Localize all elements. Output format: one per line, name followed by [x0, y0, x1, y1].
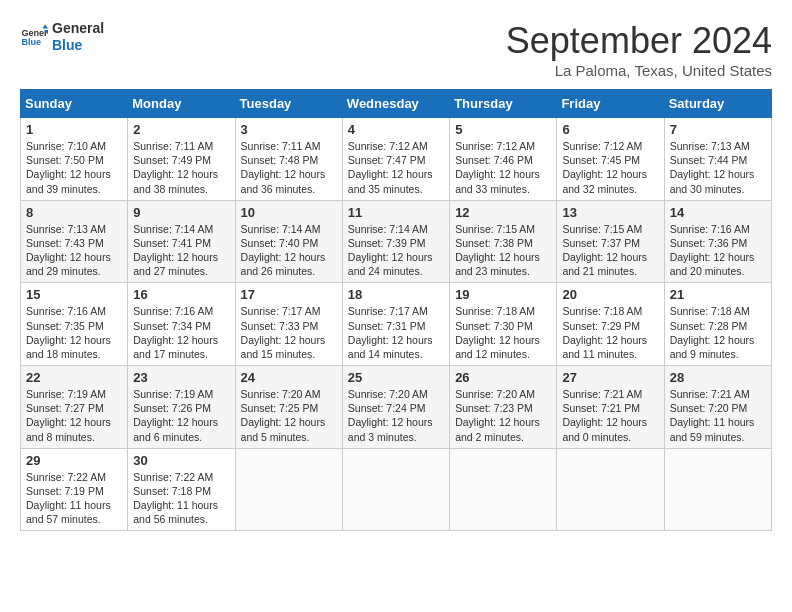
table-row: 18Sunrise: 7:17 AM Sunset: 7:31 PM Dayli…: [342, 283, 449, 366]
table-row: 27Sunrise: 7:21 AM Sunset: 7:21 PM Dayli…: [557, 366, 664, 449]
day-detail: Sunrise: 7:13 AM Sunset: 7:43 PM Dayligh…: [26, 222, 122, 279]
day-detail: Sunrise: 7:14 AM Sunset: 7:41 PM Dayligh…: [133, 222, 229, 279]
day-number: 10: [241, 205, 337, 220]
table-row: 1Sunrise: 7:10 AM Sunset: 7:50 PM Daylig…: [21, 118, 128, 201]
col-friday: Friday: [557, 90, 664, 118]
calendar-week-5: 29Sunrise: 7:22 AM Sunset: 7:19 PM Dayli…: [21, 448, 772, 531]
day-number: 12: [455, 205, 551, 220]
day-detail: Sunrise: 7:22 AM Sunset: 7:18 PM Dayligh…: [133, 470, 229, 527]
table-row: 13Sunrise: 7:15 AM Sunset: 7:37 PM Dayli…: [557, 200, 664, 283]
calendar-subtitle: La Paloma, Texas, United States: [506, 62, 772, 79]
day-detail: Sunrise: 7:11 AM Sunset: 7:48 PM Dayligh…: [241, 139, 337, 196]
table-row: 7Sunrise: 7:13 AM Sunset: 7:44 PM Daylig…: [664, 118, 771, 201]
col-sunday: Sunday: [21, 90, 128, 118]
day-number: 28: [670, 370, 766, 385]
table-row: 17Sunrise: 7:17 AM Sunset: 7:33 PM Dayli…: [235, 283, 342, 366]
day-detail: Sunrise: 7:17 AM Sunset: 7:33 PM Dayligh…: [241, 304, 337, 361]
day-detail: Sunrise: 7:22 AM Sunset: 7:19 PM Dayligh…: [26, 470, 122, 527]
calendar-week-4: 22Sunrise: 7:19 AM Sunset: 7:27 PM Dayli…: [21, 366, 772, 449]
logo-line1: General: [52, 20, 104, 37]
table-row: 9Sunrise: 7:14 AM Sunset: 7:41 PM Daylig…: [128, 200, 235, 283]
table-row: [450, 448, 557, 531]
table-row: 10Sunrise: 7:14 AM Sunset: 7:40 PM Dayli…: [235, 200, 342, 283]
day-number: 27: [562, 370, 658, 385]
calendar-week-1: 1Sunrise: 7:10 AM Sunset: 7:50 PM Daylig…: [21, 118, 772, 201]
day-number: 4: [348, 122, 444, 137]
table-row: 6Sunrise: 7:12 AM Sunset: 7:45 PM Daylig…: [557, 118, 664, 201]
day-number: 7: [670, 122, 766, 137]
day-detail: Sunrise: 7:20 AM Sunset: 7:25 PM Dayligh…: [241, 387, 337, 444]
day-number: 3: [241, 122, 337, 137]
svg-text:General: General: [21, 27, 48, 37]
day-detail: Sunrise: 7:16 AM Sunset: 7:35 PM Dayligh…: [26, 304, 122, 361]
day-detail: Sunrise: 7:16 AM Sunset: 7:36 PM Dayligh…: [670, 222, 766, 279]
day-number: 15: [26, 287, 122, 302]
day-number: 8: [26, 205, 122, 220]
day-number: 23: [133, 370, 229, 385]
title-area: September 2024 La Paloma, Texas, United …: [506, 20, 772, 79]
day-detail: Sunrise: 7:13 AM Sunset: 7:44 PM Dayligh…: [670, 139, 766, 196]
day-number: 30: [133, 453, 229, 468]
table-row: 5Sunrise: 7:12 AM Sunset: 7:46 PM Daylig…: [450, 118, 557, 201]
day-number: 29: [26, 453, 122, 468]
day-detail: Sunrise: 7:20 AM Sunset: 7:24 PM Dayligh…: [348, 387, 444, 444]
day-number: 14: [670, 205, 766, 220]
day-number: 1: [26, 122, 122, 137]
table-row: 20Sunrise: 7:18 AM Sunset: 7:29 PM Dayli…: [557, 283, 664, 366]
table-row: 30Sunrise: 7:22 AM Sunset: 7:18 PM Dayli…: [128, 448, 235, 531]
col-wednesday: Wednesday: [342, 90, 449, 118]
calendar-table: Sunday Monday Tuesday Wednesday Thursday…: [20, 89, 772, 531]
day-detail: Sunrise: 7:14 AM Sunset: 7:39 PM Dayligh…: [348, 222, 444, 279]
day-number: 13: [562, 205, 658, 220]
day-number: 11: [348, 205, 444, 220]
table-row: 22Sunrise: 7:19 AM Sunset: 7:27 PM Dayli…: [21, 366, 128, 449]
day-number: 2: [133, 122, 229, 137]
day-number: 21: [670, 287, 766, 302]
day-number: 19: [455, 287, 551, 302]
day-number: 17: [241, 287, 337, 302]
day-detail: Sunrise: 7:21 AM Sunset: 7:20 PM Dayligh…: [670, 387, 766, 444]
day-detail: Sunrise: 7:12 AM Sunset: 7:46 PM Dayligh…: [455, 139, 551, 196]
table-row: 16Sunrise: 7:16 AM Sunset: 7:34 PM Dayli…: [128, 283, 235, 366]
calendar-title: September 2024: [506, 20, 772, 62]
table-row: [664, 448, 771, 531]
table-row: 25Sunrise: 7:20 AM Sunset: 7:24 PM Dayli…: [342, 366, 449, 449]
table-row: 24Sunrise: 7:20 AM Sunset: 7:25 PM Dayli…: [235, 366, 342, 449]
table-row: 21Sunrise: 7:18 AM Sunset: 7:28 PM Dayli…: [664, 283, 771, 366]
day-detail: Sunrise: 7:15 AM Sunset: 7:38 PM Dayligh…: [455, 222, 551, 279]
table-row: 3Sunrise: 7:11 AM Sunset: 7:48 PM Daylig…: [235, 118, 342, 201]
calendar-week-3: 15Sunrise: 7:16 AM Sunset: 7:35 PM Dayli…: [21, 283, 772, 366]
day-number: 20: [562, 287, 658, 302]
svg-marker-2: [42, 24, 48, 28]
col-tuesday: Tuesday: [235, 90, 342, 118]
day-detail: Sunrise: 7:10 AM Sunset: 7:50 PM Dayligh…: [26, 139, 122, 196]
logo-line2: Blue: [52, 37, 104, 54]
day-detail: Sunrise: 7:19 AM Sunset: 7:26 PM Dayligh…: [133, 387, 229, 444]
day-detail: Sunrise: 7:15 AM Sunset: 7:37 PM Dayligh…: [562, 222, 658, 279]
header-row: Sunday Monday Tuesday Wednesday Thursday…: [21, 90, 772, 118]
day-detail: Sunrise: 7:18 AM Sunset: 7:29 PM Dayligh…: [562, 304, 658, 361]
table-row: 8Sunrise: 7:13 AM Sunset: 7:43 PM Daylig…: [21, 200, 128, 283]
table-row: 19Sunrise: 7:18 AM Sunset: 7:30 PM Dayli…: [450, 283, 557, 366]
day-detail: Sunrise: 7:18 AM Sunset: 7:28 PM Dayligh…: [670, 304, 766, 361]
table-row: 28Sunrise: 7:21 AM Sunset: 7:20 PM Dayli…: [664, 366, 771, 449]
col-thursday: Thursday: [450, 90, 557, 118]
day-detail: Sunrise: 7:12 AM Sunset: 7:45 PM Dayligh…: [562, 139, 658, 196]
table-row: 14Sunrise: 7:16 AM Sunset: 7:36 PM Dayli…: [664, 200, 771, 283]
table-row: 29Sunrise: 7:22 AM Sunset: 7:19 PM Dayli…: [21, 448, 128, 531]
day-detail: Sunrise: 7:21 AM Sunset: 7:21 PM Dayligh…: [562, 387, 658, 444]
day-detail: Sunrise: 7:19 AM Sunset: 7:27 PM Dayligh…: [26, 387, 122, 444]
day-detail: Sunrise: 7:11 AM Sunset: 7:49 PM Dayligh…: [133, 139, 229, 196]
day-number: 6: [562, 122, 658, 137]
day-detail: Sunrise: 7:20 AM Sunset: 7:23 PM Dayligh…: [455, 387, 551, 444]
page-header: General Blue General Blue September 2024…: [20, 20, 772, 79]
table-row: 4Sunrise: 7:12 AM Sunset: 7:47 PM Daylig…: [342, 118, 449, 201]
day-number: 24: [241, 370, 337, 385]
table-row: [557, 448, 664, 531]
day-detail: Sunrise: 7:16 AM Sunset: 7:34 PM Dayligh…: [133, 304, 229, 361]
day-number: 25: [348, 370, 444, 385]
table-row: 11Sunrise: 7:14 AM Sunset: 7:39 PM Dayli…: [342, 200, 449, 283]
calendar-week-2: 8Sunrise: 7:13 AM Sunset: 7:43 PM Daylig…: [21, 200, 772, 283]
svg-text:Blue: Blue: [21, 37, 41, 47]
table-row: 26Sunrise: 7:20 AM Sunset: 7:23 PM Dayli…: [450, 366, 557, 449]
